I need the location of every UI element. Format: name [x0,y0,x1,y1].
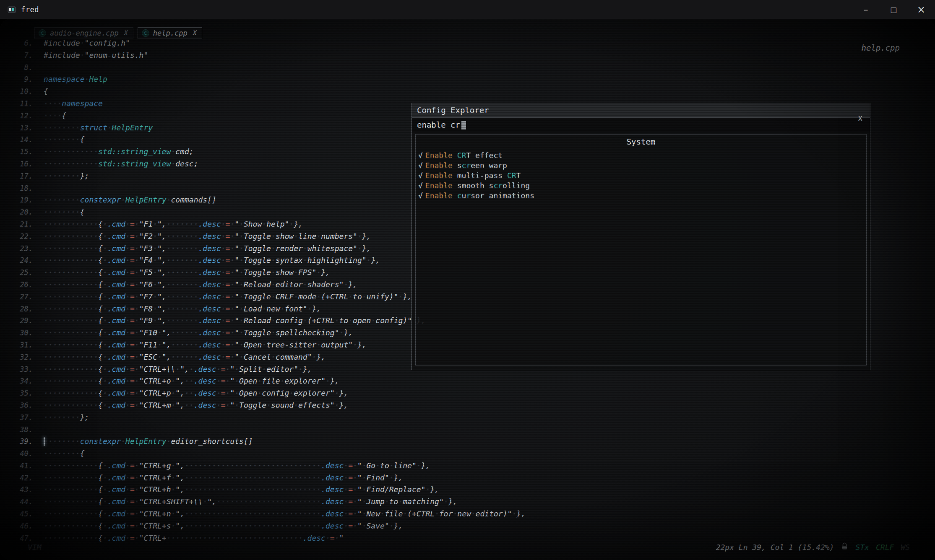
config-items: √Enable CRT effect√Enable screen warp√En… [416,150,866,201]
file-name-label: help.cpp [861,43,900,52]
code-line: 7.#include·"enum-utils.h" [6,49,526,62]
line-number: 28. [6,303,44,315]
popup-close-icon[interactable]: X [858,114,862,123]
config-item[interactable]: √Enable screen warp [416,161,866,171]
line-number: 43. [6,484,44,496]
line-number: 11. [6,98,44,110]
line-number: 33. [6,363,44,376]
line-number: 15. [6,146,44,158]
line-number: 16. [6,158,44,170]
tab-bar: C audio-engine.cpp X C help.cpp X [34,27,202,39]
checkbox-checked-icon: √ [418,171,423,180]
line-number: 41. [6,460,44,472]
cpp-file-icon: C [142,29,149,37]
config-explorer-title: Config Explorer [417,106,489,115]
line-number: 29. [6,315,44,327]
status-flag-crlf: CRLF [876,543,894,552]
app-icon [8,5,16,14]
code-line: 8. [6,62,526,74]
status-right-cluster: 22px Ln 39, Col 1 (15.42%) STxCRLFWS [716,542,910,552]
line-number: 34. [6,375,44,387]
status-flags: STxCRLFWS [855,543,910,552]
line-number: 37. [6,412,44,424]
code-line: 39.········constexpr·HelpEntry·editor_sh… [6,436,526,448]
config-item[interactable]: √Enable smooth scrolling [416,181,866,191]
line-number: 24. [6,254,44,267]
minimize-button[interactable]: – [852,0,880,19]
code-line: 38. [6,424,526,436]
tab-help[interactable]: C help.cpp X [138,27,202,39]
config-search-query: enable cr [417,120,460,130]
code-line: 10.{ [6,86,526,98]
config-section-header: System [416,135,866,146]
line-number: 19. [6,194,44,206]
line-number: 38. [6,424,44,436]
line-number: 13. [6,122,44,134]
tab-close-icon[interactable]: X [124,29,128,37]
code-line: 37.········}; [6,412,526,424]
code-line: 35.············{·.cmd·=·"CTRL+p·",··.des… [6,387,526,399]
config-search-input[interactable]: enable cr [412,118,870,132]
code-line: 9.namespace·Help [6,73,526,86]
code-line: 42.············{·.cmd·=·"CTRL+f·",······… [6,472,526,484]
line-number: 30. [6,327,44,339]
maximize-button[interactable]: □ [880,0,907,19]
line-number: 22. [6,231,44,243]
code-line: 46.············{·.cmd·=·"CTRL+s·",······… [6,520,526,532]
code-line: 43.············{·.cmd·=·"CTRL+h·",······… [6,484,526,496]
line-number: 10. [6,86,44,98]
config-explorer-window: Config Explorer X enable cr System √Enab… [412,103,870,370]
checkbox-checked-icon: √ [418,151,423,160]
line-number: 32. [6,351,44,363]
window-title: fred [21,5,39,14]
line-number: 31. [6,339,44,351]
line-number: 42. [6,472,44,484]
line-number: 17. [6,170,44,182]
code-line: 44.············{·.cmd·=·"CTRL+SHIFT+\\·"… [6,496,526,508]
config-item[interactable]: √Enable CRT effect [416,150,866,161]
line-number: 40. [6,448,44,460]
line-number: 39. [6,436,44,448]
line-number: 44. [6,496,44,508]
line-number: 21. [6,218,44,231]
tab-label: help.cpp [153,29,188,37]
line-number: 14. [6,134,44,146]
code-line: 6.#include·"config.h" [6,37,526,49]
line-number: 12. [6,110,44,122]
lock-icon [841,542,848,552]
checkbox-checked-icon: √ [418,191,423,200]
line-number: 45. [6,508,44,520]
cpp-file-icon: C [39,29,46,37]
close-button[interactable]: × [907,0,935,19]
config-item[interactable]: √Enable cursor animations [416,191,866,201]
config-item[interactable]: √Enable multi-pass CRT [416,171,866,181]
line-number: 25. [6,267,44,279]
config-list: System √Enable CRT effect√Enable screen … [415,134,867,366]
code-line: 34.············{·.cmd·=·"CTRL+o·",··.des… [6,375,526,387]
code-line: 40.········{ [6,448,526,460]
config-explorer-titlebar[interactable]: Config Explorer [412,103,870,118]
cursor-position-info: 22px Ln 39, Col 1 (15.42%) [716,543,834,552]
line-number: 7. [6,49,44,62]
line-number: 20. [6,206,44,218]
line-number: 6. [6,37,44,49]
tab-close-icon[interactable]: X [193,29,197,37]
line-number: 23. [6,243,44,255]
line-number: 27. [6,291,44,303]
line-number: 46. [6,520,44,532]
line-number: 9. [6,73,44,86]
editor-screen: C audio-engine.cpp X C help.cpp X help.c… [0,19,935,560]
window-controls: – □ × [852,0,935,19]
checkbox-checked-icon: √ [418,161,423,170]
tab-audio-engine[interactable]: C audio-engine.cpp X [34,27,133,39]
checkbox-checked-icon: √ [418,181,423,190]
status-flag-stx: STx [855,543,869,552]
line-number: 26. [6,279,44,291]
input-cursor [461,121,466,130]
line-number: 8. [6,62,44,74]
line-number: 36. [6,399,44,412]
line-number: 18. [6,182,44,194]
code-line: 36.············{·.cmd·=·"CTRL+m·",··.des… [6,399,526,412]
line-number: 35. [6,387,44,399]
titlebar: fred – □ × [0,0,935,19]
